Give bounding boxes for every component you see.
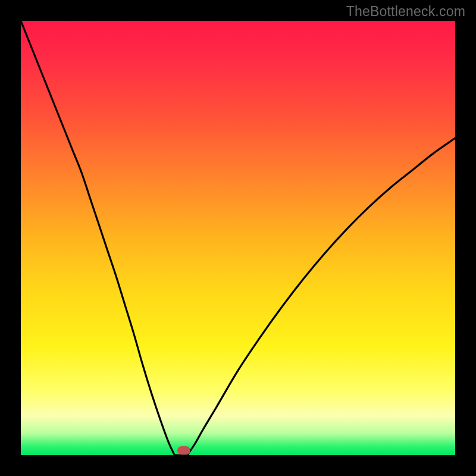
chart-frame: TheBottleneck.com <box>0 0 476 476</box>
plot-area <box>21 21 455 455</box>
watermark-text: TheBottleneck.com <box>346 4 465 20</box>
optimal-marker <box>177 446 190 455</box>
curve-layer <box>21 21 455 455</box>
bottleneck-curve <box>21 21 455 455</box>
